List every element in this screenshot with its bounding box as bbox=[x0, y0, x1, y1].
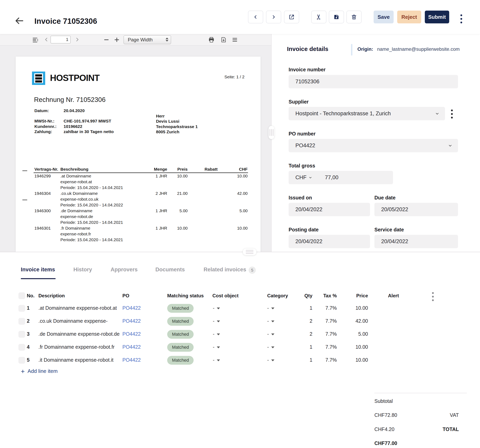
row-checkbox[interactable] bbox=[18, 318, 25, 325]
row-price[interactable]: 10.00 bbox=[343, 344, 368, 350]
issued-on-input[interactable]: 20/04/2022 bbox=[289, 203, 370, 216]
tab-related-invoices[interactable]: Related invoices bbox=[204, 267, 246, 273]
invoice-number-input[interactable]: 71052306 bbox=[289, 75, 458, 88]
row-price[interactable]: 10.00 bbox=[343, 305, 368, 311]
delete-invoice-button[interactable] bbox=[346, 11, 362, 23]
doc-cell: expense-robot.at bbox=[60, 179, 92, 184]
po-number-select[interactable]: PO4422 bbox=[289, 139, 458, 152]
tab-approvers[interactable]: Approvers bbox=[111, 267, 138, 273]
row-po-link[interactable]: PO4422 bbox=[122, 305, 141, 311]
vertical-resize-handle[interactable] bbox=[268, 126, 274, 139]
tab-invoice-items[interactable]: Invoice items bbox=[21, 267, 55, 273]
prev-invoice-button[interactable] bbox=[248, 11, 263, 23]
cost-object-dropdown[interactable]: - bbox=[213, 331, 220, 337]
row-po-link[interactable]: PO4422 bbox=[122, 318, 141, 324]
page-number-input[interactable] bbox=[51, 36, 71, 43]
category-dropdown[interactable]: - bbox=[267, 357, 274, 363]
category-dropdown[interactable]: - bbox=[267, 318, 274, 324]
caret-down-icon bbox=[217, 321, 220, 322]
row-tax[interactable]: 7.7% bbox=[317, 357, 337, 363]
zoom-out-icon[interactable] bbox=[103, 37, 110, 43]
posting-date-value: 20/04/2022 bbox=[295, 238, 322, 245]
row-po-link[interactable]: PO4422 bbox=[122, 331, 141, 337]
row-checkbox[interactable] bbox=[18, 357, 25, 364]
row-description[interactable]: .it Domainname exppense-robot.it bbox=[38, 357, 113, 363]
doc-cell: 1946299 bbox=[34, 174, 51, 179]
tab-documents[interactable]: Documents bbox=[155, 267, 185, 273]
doc-page-indicator: Seite: 1 / 2 bbox=[224, 75, 244, 79]
supplier-kebab-menu[interactable] bbox=[451, 110, 453, 118]
origin-divider bbox=[351, 44, 353, 55]
doc-cell: .de Domainname bbox=[60, 208, 92, 213]
row-tax[interactable]: 7.7% bbox=[317, 344, 337, 350]
category-dropdown[interactable]: - bbox=[267, 331, 274, 337]
col-alert: Alert bbox=[388, 293, 399, 298]
header-kebab-menu[interactable] bbox=[460, 14, 462, 23]
service-date-label: Service date bbox=[374, 227, 404, 233]
select-all-checkbox[interactable] bbox=[18, 292, 25, 299]
row-description[interactable]: .de Domainname exppense-robot.de bbox=[38, 331, 120, 337]
table-options-kebab[interactable] bbox=[432, 292, 434, 301]
split-document-button[interactable]: ✂ bbox=[311, 11, 326, 23]
row-po-link[interactable]: PO4422 bbox=[122, 344, 141, 350]
row-price[interactable]: 5.00 bbox=[343, 331, 368, 337]
next-page-icon[interactable] bbox=[74, 37, 80, 42]
po-number-label: PO number bbox=[289, 131, 316, 137]
cost-object-dropdown[interactable]: - bbox=[213, 357, 220, 363]
download-icon[interactable] bbox=[220, 36, 227, 43]
row-qty[interactable]: 2 bbox=[292, 331, 312, 337]
toggle-sidebar-icon[interactable] bbox=[32, 37, 39, 43]
row-checkbox[interactable] bbox=[18, 305, 25, 312]
row-tax[interactable]: 7.7% bbox=[317, 318, 337, 324]
save-draft-icon-button[interactable] bbox=[329, 11, 344, 23]
open-external-button[interactable] bbox=[284, 11, 299, 23]
horizontal-resize-handle[interactable] bbox=[243, 248, 256, 255]
next-invoice-button[interactable] bbox=[266, 11, 281, 23]
row-qty[interactable]: 1 bbox=[292, 344, 312, 350]
row-po-link[interactable]: PO4422 bbox=[122, 357, 141, 363]
issued-on-value: 20/04/2022 bbox=[295, 207, 322, 213]
col-price: Price bbox=[343, 293, 368, 298]
total-gross-value[interactable]: 77,00 bbox=[325, 174, 339, 181]
save-button[interactable]: Save bbox=[374, 11, 394, 23]
cost-object-dropdown[interactable]: - bbox=[213, 305, 220, 311]
row-price[interactable]: 10.00 bbox=[343, 357, 368, 363]
row-description[interactable]: .at Domainname exppense-robot.at bbox=[38, 305, 117, 311]
row-price[interactable]: 42.00 bbox=[343, 318, 368, 324]
zoom-in-icon[interactable] bbox=[113, 37, 120, 43]
due-date-input[interactable]: 20/05/2022 bbox=[374, 203, 458, 216]
category-dropdown[interactable]: - bbox=[267, 344, 274, 350]
row-qty[interactable]: 1 bbox=[292, 357, 312, 363]
arrow-left-icon bbox=[14, 16, 24, 26]
row-tax[interactable]: 7.7% bbox=[317, 305, 337, 311]
total-gross-field[interactable]: CHF 77,00 bbox=[289, 171, 393, 184]
supplier-select[interactable]: Hostpoint - Technoparkstrasse 1, Zurich bbox=[289, 107, 445, 120]
add-line-item-button[interactable]: + Add line item bbox=[21, 368, 58, 374]
row-no: 2 bbox=[27, 318, 30, 324]
row-checkbox[interactable] bbox=[18, 331, 25, 338]
row-description[interactable]: .co.uk Domainname exppense- bbox=[38, 318, 108, 324]
doc-cell: expense-robot.fr bbox=[60, 232, 91, 236]
row-description[interactable]: .fr Domainname exppense-robot.fr bbox=[38, 344, 115, 350]
cost-object-dropdown[interactable]: - bbox=[213, 318, 220, 324]
category-dropdown[interactable]: - bbox=[267, 305, 274, 311]
doc-value-mwst: CHE-101.974.997 MWST bbox=[64, 119, 111, 124]
cost-object-dropdown[interactable]: - bbox=[213, 344, 220, 350]
doc-label-kundennr: Kundennr.: bbox=[34, 124, 56, 129]
reject-button[interactable]: Reject bbox=[397, 11, 421, 23]
currency-select[interactable]: CHF bbox=[295, 174, 307, 181]
back-button[interactable] bbox=[14, 16, 24, 26]
row-qty[interactable]: 2 bbox=[292, 318, 312, 324]
caret-down-icon bbox=[271, 346, 274, 348]
previous-page-icon[interactable] bbox=[44, 37, 49, 42]
row-tax[interactable]: 7.7% bbox=[317, 331, 337, 337]
posting-date-input[interactable]: 20/04/2022 bbox=[289, 235, 370, 248]
tools-menu-icon[interactable] bbox=[232, 37, 238, 43]
tab-history[interactable]: History bbox=[73, 267, 92, 273]
service-date-input[interactable]: 20/04/2022 bbox=[374, 235, 458, 248]
row-checkbox[interactable] bbox=[18, 344, 25, 351]
zoom-mode-select[interactable]: Page Width bbox=[124, 35, 171, 44]
submit-button[interactable]: Submit bbox=[425, 11, 449, 23]
row-qty[interactable]: 1 bbox=[292, 305, 312, 311]
print-icon[interactable] bbox=[208, 36, 215, 43]
